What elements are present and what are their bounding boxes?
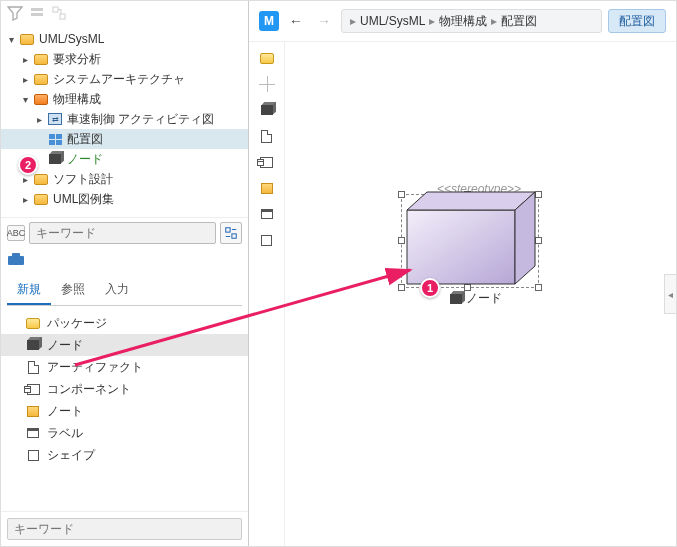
keyword-label-icon: ABC (7, 225, 25, 241)
deployment-diagram-icon (47, 132, 63, 146)
expand-icon[interactable]: ▸ (33, 113, 45, 125)
svg-marker-8 (407, 210, 515, 284)
folder-icon (25, 316, 41, 330)
folder-icon (19, 32, 35, 46)
tree-item[interactable]: ▸ UML図例集 (1, 189, 248, 209)
tree-item[interactable]: ▸ 要求分析 (1, 49, 248, 69)
node-icon (47, 152, 63, 166)
node-icon (25, 338, 41, 352)
folder-icon (33, 192, 49, 206)
svg-rect-2 (53, 7, 58, 12)
svg-rect-3 (60, 14, 65, 19)
expand-icon[interactable]: ▸ (19, 73, 31, 85)
palette-item-artifact[interactable]: アーティファクト (1, 356, 248, 378)
activity-diagram-icon: ⇄ (47, 112, 63, 126)
palette-item-component[interactable]: コンポーネント (1, 378, 248, 400)
filter-icon[interactable] (7, 5, 23, 21)
tree-item-deployment[interactable]: 配置図 (1, 129, 248, 149)
crumb-item[interactable]: 配置図 (501, 13, 537, 30)
main-body: <<stereotype>> (249, 42, 676, 546)
crosshair-icon[interactable] (258, 76, 276, 92)
note-icon (25, 404, 41, 418)
palette-item-package[interactable]: パッケージ (1, 312, 248, 334)
main: M ← → ▸ UML/SysML ▸ 物理構成 ▸ 配置図 配置図 (249, 1, 676, 546)
palette-label: コンポーネント (47, 381, 131, 398)
model-tree: ▾ UML/SysML ▸ 要求分析 ▸ システムアーキテクチャ ▾ 物理構成 (1, 27, 248, 217)
tab-input[interactable]: 入力 (95, 275, 139, 305)
tree-search-input[interactable] (29, 222, 216, 244)
palette-label: シェイプ (47, 447, 95, 464)
palette-head: 新規 参照 入力 (1, 248, 248, 306)
palette-label: ラベル (47, 425, 83, 442)
palette-label: ノート (47, 403, 83, 420)
tree-label: UML図例集 (53, 191, 114, 208)
crumb-item[interactable]: 物理構成 (439, 13, 487, 30)
node-caption-text: ノード (466, 290, 502, 307)
svg-rect-4 (226, 228, 230, 232)
nav-back[interactable]: ← (285, 10, 307, 32)
folder-icon (33, 52, 49, 66)
svg-rect-5 (232, 234, 236, 238)
folder-tool-icon[interactable] (258, 50, 276, 66)
chevron-right-icon: ▸ (350, 14, 356, 28)
toolbox-icon (7, 252, 25, 266)
stack-icon[interactable] (29, 5, 45, 21)
structure-icon[interactable] (51, 5, 67, 21)
callout-1: 1 (420, 278, 440, 298)
expand-icon[interactable]: ▸ (19, 53, 31, 65)
shape-icon (25, 448, 41, 462)
shape-tool-icon[interactable] (258, 232, 276, 248)
palette-list: パッケージ ノード アーティファクト コンポーネント ノート ラベル (1, 306, 248, 511)
tree-search-row: ABC (1, 217, 248, 248)
svg-marker-9 (407, 192, 535, 210)
resize-handle[interactable] (398, 237, 405, 244)
diagram-canvas[interactable]: <<stereotype>> (285, 42, 676, 546)
tree-label: 車速制御 アクティビティ図 (67, 111, 214, 128)
collapse-icon[interactable]: ▾ (5, 33, 17, 45)
label-tool-icon[interactable] (258, 206, 276, 222)
palette-label: アーティファクト (47, 359, 143, 376)
crumb-item[interactable]: UML/SysML (360, 14, 425, 28)
tab-new[interactable]: 新規 (7, 275, 51, 305)
tab-ref[interactable]: 参照 (51, 275, 95, 305)
document-tool-icon[interactable] (258, 128, 276, 144)
expand-icon[interactable]: ▸ (19, 193, 31, 205)
tree-label: ソフト設計 (53, 171, 113, 188)
palette-item-label[interactable]: ラベル (1, 422, 248, 444)
tree-label: システムアーキテクチャ (53, 71, 185, 88)
palette-item-shape[interactable]: シェイプ (1, 444, 248, 466)
node-shape[interactable] (405, 190, 537, 286)
tool-rail (249, 42, 285, 546)
tree-label: 要求分析 (53, 51, 101, 68)
tree-label: UML/SysML (39, 32, 104, 46)
tree-item[interactable]: ▸ システムアーキテクチャ (1, 69, 248, 89)
palette-search-row (1, 511, 248, 546)
chevron-right-icon: ▸ (429, 14, 435, 28)
diagram-button[interactable]: 配置図 (608, 9, 666, 33)
tree-item[interactable]: ▸ ソフト設計 (1, 169, 248, 189)
note-tool-icon[interactable] (258, 180, 276, 196)
palette-item-node[interactable]: ノード (1, 334, 248, 356)
tree-label: ノード (67, 151, 103, 168)
resize-handle[interactable] (398, 191, 405, 198)
tree-item-node[interactable]: ノード (1, 149, 248, 169)
tree-label: 配置図 (67, 131, 103, 148)
search-settings-icon (224, 226, 238, 240)
palette-search-input[interactable] (7, 518, 242, 540)
resize-handle[interactable] (398, 284, 405, 291)
palette-label: パッケージ (47, 315, 107, 332)
palette-label: ノード (47, 337, 83, 354)
breadcrumb[interactable]: ▸ UML/SysML ▸ 物理構成 ▸ 配置図 (341, 9, 602, 33)
tree-search-button[interactable] (220, 222, 242, 244)
folder-icon (33, 92, 49, 106)
tree-item-activity[interactable]: ▸ ⇄ 車速制御 アクティビティ図 (1, 109, 248, 129)
tree-item[interactable]: ▾ 物理構成 (1, 89, 248, 109)
chevron-right-icon: ▸ (491, 14, 497, 28)
right-panel-expand[interactable]: ◂ (664, 274, 676, 314)
component-tool-icon[interactable] (258, 154, 276, 170)
tree-root[interactable]: ▾ UML/SysML (1, 29, 248, 49)
svg-rect-6 (8, 256, 24, 265)
palette-item-note[interactable]: ノート (1, 400, 248, 422)
node-tool-icon[interactable] (258, 102, 276, 118)
collapse-icon[interactable]: ▾ (19, 93, 31, 105)
